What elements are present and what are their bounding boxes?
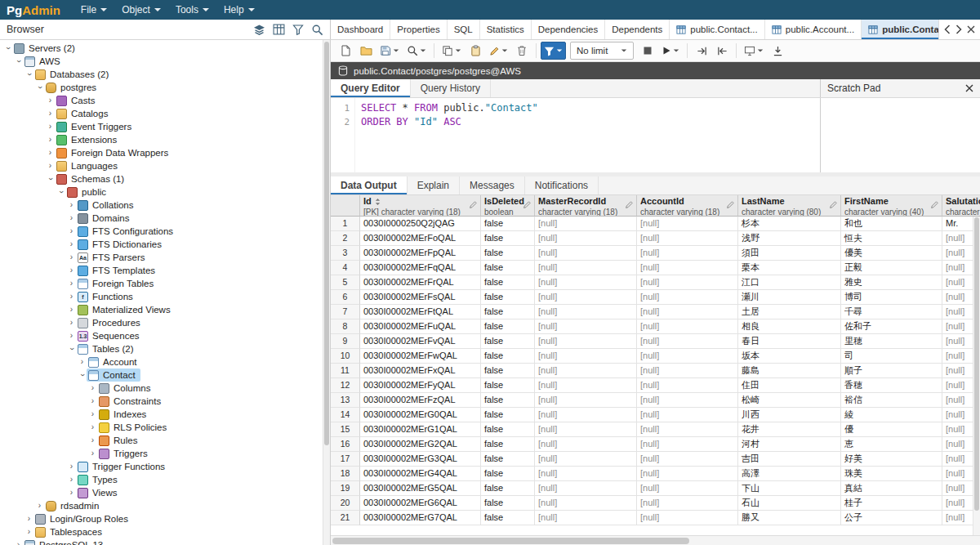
tree-item-tablespaces[interactable]: Tablespaces <box>0 525 330 538</box>
row-number[interactable]: 19 <box>331 481 360 496</box>
column-header-salutation[interactable]: Salutationcharacter <box>942 195 980 217</box>
cell-masterrecordid[interactable]: [null] <box>535 422 637 437</box>
cell-id[interactable]: 0030I00002MErFzQAL <box>360 393 481 408</box>
cell-id[interactable]: 0030I00002MErG6QAL <box>360 496 481 511</box>
collapse-icon[interactable] <box>14 57 23 65</box>
collapse-icon[interactable] <box>35 83 44 92</box>
cell-lastname[interactable]: 土居 <box>738 305 841 319</box>
cell-lastname[interactable]: 住田 <box>738 378 841 393</box>
cell-masterrecordid[interactable]: [null] <box>535 393 637 408</box>
row-number[interactable]: 9 <box>331 334 360 349</box>
cell-isdeleted[interactable]: false <box>481 319 535 334</box>
cell-firstname[interactable]: 雅史 <box>841 275 942 290</box>
cell-lastname[interactable]: 相良 <box>738 319 841 334</box>
cell-id[interactable]: 0030I00002MErFrQAL <box>360 275 481 290</box>
expand-icon[interactable] <box>67 489 76 497</box>
tree-item-procedures[interactable]: Procedures <box>0 316 330 329</box>
row-number[interactable]: 20 <box>331 496 360 511</box>
cell-accountid[interactable]: [null] <box>637 452 738 467</box>
cell-accountid[interactable]: [null] <box>637 334 738 349</box>
tree-item-aws[interactable]: AWS <box>0 55 330 68</box>
cell-lastname[interactable]: 江口 <box>738 275 841 290</box>
tab-query-history[interactable]: Query History <box>411 79 491 97</box>
edit-column-icon[interactable] <box>469 200 478 209</box>
cell-isdeleted[interactable]: false <box>481 437 535 452</box>
tree-item-postgres[interactable]: postgres <box>0 81 330 94</box>
cancel-query-button[interactable] <box>638 42 657 60</box>
tree-scrollbar[interactable] <box>323 40 330 545</box>
cell-masterrecordid[interactable]: [null] <box>535 290 637 305</box>
expand-icon[interactable] <box>24 515 33 523</box>
cell-isdeleted[interactable]: false <box>481 290 535 305</box>
row-number[interactable]: 15 <box>331 422 360 437</box>
cell-isdeleted[interactable]: false <box>481 305 535 319</box>
filter-button[interactable] <box>292 24 304 35</box>
tree-item-casts[interactable]: Casts <box>0 94 330 107</box>
cell-isdeleted[interactable]: false <box>481 334 535 349</box>
grid-vertical-scrollbar-thumb[interactable] <box>974 217 979 511</box>
tree-item-foreign-data-wrappers[interactable]: Foreign Data Wrappers <box>0 146 330 159</box>
expand-icon[interactable] <box>46 149 55 157</box>
cell-masterrecordid[interactable]: [null] <box>535 349 637 364</box>
tree-item-views[interactable]: Views <box>0 486 330 499</box>
tree-item-constraints[interactable]: Constraints <box>0 395 330 408</box>
cell-isdeleted[interactable]: false <box>481 393 535 408</box>
expand-icon[interactable] <box>46 162 55 170</box>
expand-icon[interactable] <box>88 410 97 418</box>
expand-icon[interactable] <box>67 306 76 314</box>
tree-item-domains[interactable]: Domains <box>0 212 330 225</box>
tab-explain[interactable]: Explain <box>408 176 460 194</box>
cell-firstname[interactable]: 綾 <box>841 408 942 422</box>
cell-lastname[interactable]: 杉本 <box>738 217 841 231</box>
cell-firstname[interactable]: 恵 <box>841 437 942 452</box>
cell-isdeleted[interactable]: false <box>481 246 535 261</box>
row-number[interactable]: 4 <box>331 261 360 275</box>
scroll-tabs-left-button[interactable] <box>942 23 952 36</box>
cell-isdeleted[interactable]: false <box>481 349 535 364</box>
cell-isdeleted[interactable]: false <box>481 261 535 275</box>
cell-accountid[interactable]: [null] <box>637 231 738 246</box>
column-header-masterrecordid[interactable]: MasterRecordIdcharacter varying (18) <box>535 195 637 217</box>
tree-item-functions[interactable]: Functions <box>0 290 330 303</box>
expand-icon[interactable] <box>46 96 55 105</box>
cell-accountid[interactable]: [null] <box>637 393 738 408</box>
cell-firstname[interactable]: 好美 <box>841 452 942 467</box>
tree-item-indexes[interactable]: Indexes <box>0 408 330 421</box>
expand-icon[interactable] <box>67 253 76 261</box>
row-number[interactable]: 12 <box>331 378 360 393</box>
cell-isdeleted[interactable]: false <box>481 467 535 481</box>
cell-accountid[interactable]: [null] <box>637 305 738 319</box>
expand-icon[interactable] <box>67 214 76 222</box>
cell-isdeleted[interactable]: false <box>481 378 535 393</box>
cell-accountid[interactable]: [null] <box>637 408 738 422</box>
expand-icon[interactable] <box>67 201 76 209</box>
cell-masterrecordid[interactable]: [null] <box>535 261 637 275</box>
tab-data-output[interactable]: Data Output <box>331 176 408 194</box>
scratch-pad[interactable] <box>820 98 980 172</box>
tree-item-tables-2[interactable]: Tables (2) <box>0 342 330 355</box>
tree-item-event-triggers[interactable]: Event Triggers <box>0 120 330 133</box>
row-number[interactable]: 3 <box>331 246 360 261</box>
cell-accountid[interactable]: [null] <box>637 349 738 364</box>
cell-masterrecordid[interactable]: [null] <box>535 364 637 378</box>
cell-isdeleted[interactable]: false <box>481 511 535 525</box>
tree-item-servers-2[interactable]: Servers (2) <box>0 42 330 55</box>
cell-id[interactable]: 0030I00002MErG1QAL <box>360 422 481 437</box>
cell-id[interactable]: 0030I00002MErFuQAL <box>360 319 481 334</box>
cell-firstname[interactable]: 香穂 <box>841 378 942 393</box>
cell-id[interactable]: 0030I00002MErFvQAL <box>360 334 481 349</box>
expand-icon[interactable] <box>67 293 76 301</box>
menubar-item-tools[interactable]: Tools <box>168 2 216 18</box>
cell-lastname[interactable]: 石山 <box>738 496 841 511</box>
row-number[interactable]: 8 <box>331 319 360 334</box>
expand-icon[interactable] <box>67 332 76 340</box>
cell-firstname[interactable]: 公子 <box>841 511 942 525</box>
row-number[interactable]: 18 <box>331 467 360 481</box>
cell-accountid[interactable]: [null] <box>637 290 738 305</box>
cell-lastname[interactable]: 吉田 <box>738 452 841 467</box>
scroll-tabs-right-button[interactable] <box>954 23 964 36</box>
cell-id[interactable]: 0030I00002MErG2QAL <box>360 437 481 452</box>
tree-item-triggers[interactable]: Triggers <box>0 447 330 460</box>
cell-id[interactable]: 0030I00002MErFyQAL <box>360 378 481 393</box>
row-number[interactable]: 2 <box>331 231 360 246</box>
